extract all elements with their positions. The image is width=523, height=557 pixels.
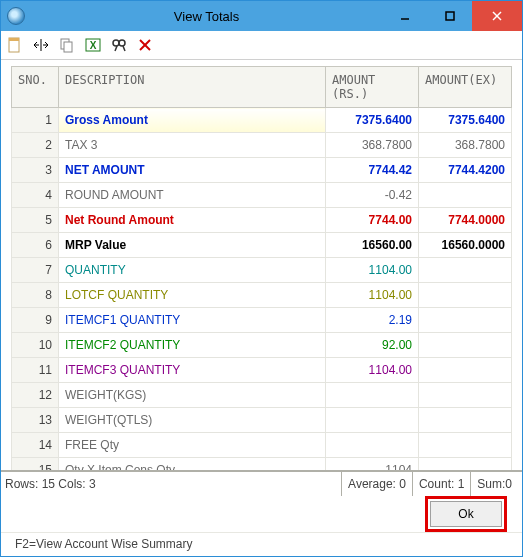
cell-amt2: 7744.0000 bbox=[419, 208, 512, 233]
cell-sno: 11 bbox=[12, 358, 59, 383]
hint-text: F2=View Account Wise Summary bbox=[1, 532, 522, 555]
table-row[interactable]: 4ROUND AMOUNT-0.42 bbox=[12, 183, 512, 208]
cell-sno: 10 bbox=[12, 333, 59, 358]
window-controls bbox=[382, 1, 522, 31]
table-row[interactable]: 1Gross Amount7375.64007375.6400 bbox=[12, 108, 512, 133]
close-button[interactable] bbox=[472, 1, 522, 31]
cell-sno: 8 bbox=[12, 283, 59, 308]
titlebar: View Totals bbox=[1, 1, 522, 31]
cell-amt2 bbox=[419, 408, 512, 433]
fit-width-icon[interactable] bbox=[31, 35, 51, 55]
col-desc[interactable]: DESCRIPTION bbox=[59, 67, 326, 108]
svg-rect-1 bbox=[446, 12, 454, 20]
col-amt2[interactable]: AMOUNT(EX) bbox=[419, 67, 512, 108]
cell-amt1: 2.19 bbox=[326, 308, 419, 333]
table-row[interactable]: 15Qty X Item Cons Qty1104 bbox=[12, 458, 512, 471]
status-count: Count: 1 bbox=[412, 472, 470, 496]
svg-point-13 bbox=[113, 40, 119, 46]
status-bar: Rows: 15 Cols: 3 Average: 0 Count: 1 Sum… bbox=[1, 470, 522, 496]
svg-rect-5 bbox=[9, 38, 19, 41]
table-row[interactable]: 13WEIGHT(QTLS) bbox=[12, 408, 512, 433]
cell-sno: 14 bbox=[12, 433, 59, 458]
ok-button[interactable]: Ok bbox=[430, 501, 502, 527]
table-row[interactable]: 10ITEMCF2 QUANTITY92.00 bbox=[12, 333, 512, 358]
toolbar: X bbox=[1, 31, 522, 60]
cell-sno: 13 bbox=[12, 408, 59, 433]
window-title: View Totals bbox=[31, 9, 382, 24]
table-row[interactable]: 9ITEMCF1 QUANTITY2.19 bbox=[12, 308, 512, 333]
maximize-button[interactable] bbox=[427, 1, 472, 31]
cell-desc: ROUND AMOUNT bbox=[59, 183, 326, 208]
cell-amt2: 368.7800 bbox=[419, 133, 512, 158]
cell-amt2 bbox=[419, 333, 512, 358]
find-icon[interactable] bbox=[109, 35, 129, 55]
svg-point-14 bbox=[119, 40, 125, 46]
table-row[interactable]: 14FREE Qty bbox=[12, 433, 512, 458]
cell-amt1: -0.42 bbox=[326, 183, 419, 208]
cell-sno: 15 bbox=[12, 458, 59, 471]
cell-desc: Qty X Item Cons Qty bbox=[59, 458, 326, 471]
cell-desc: FREE Qty bbox=[59, 433, 326, 458]
cell-amt2 bbox=[419, 183, 512, 208]
cell-desc: Gross Amount bbox=[59, 108, 326, 133]
cell-desc: WEIGHT(QTLS) bbox=[59, 408, 326, 433]
cell-sno: 4 bbox=[12, 183, 59, 208]
cell-amt2 bbox=[419, 433, 512, 458]
cell-desc: LOTCF QUANTITY bbox=[59, 283, 326, 308]
excel-icon[interactable]: X bbox=[83, 35, 103, 55]
cell-amt1 bbox=[326, 433, 419, 458]
doc-icon[interactable] bbox=[5, 35, 25, 55]
cell-desc: MRP Value bbox=[59, 233, 326, 258]
cell-amt2 bbox=[419, 283, 512, 308]
cell-desc: ITEMCF1 QUANTITY bbox=[59, 308, 326, 333]
cell-sno: 1 bbox=[12, 108, 59, 133]
bottom-panel: Ok F2=View Account Wise Summary bbox=[1, 496, 522, 556]
table-row[interactable]: 2TAX 3368.7800368.7800 bbox=[12, 133, 512, 158]
table-row[interactable]: 7QUANTITY1104.00 bbox=[12, 258, 512, 283]
cell-desc: QUANTITY bbox=[59, 258, 326, 283]
col-amt1[interactable]: AMOUNT (RS.) bbox=[326, 67, 419, 108]
cell-amt2 bbox=[419, 258, 512, 283]
cell-sno: 2 bbox=[12, 133, 59, 158]
grid-area: SNO. DESCRIPTION AMOUNT (RS.) AMOUNT(EX)… bbox=[1, 60, 522, 470]
status-average: Average: 0 bbox=[341, 472, 412, 496]
data-grid[interactable]: SNO. DESCRIPTION AMOUNT (RS.) AMOUNT(EX)… bbox=[11, 66, 512, 470]
cell-amt2 bbox=[419, 458, 512, 471]
cell-amt1: 7375.6400 bbox=[326, 108, 419, 133]
table-row[interactable]: 6MRP Value16560.0016560.0000 bbox=[12, 233, 512, 258]
cell-amt1: 16560.00 bbox=[326, 233, 419, 258]
col-sno[interactable]: SNO. bbox=[12, 67, 59, 108]
status-sum: Sum:0 bbox=[470, 472, 518, 496]
svg-text:X: X bbox=[90, 40, 97, 51]
copy-icon[interactable] bbox=[57, 35, 77, 55]
cell-desc: NET AMOUNT bbox=[59, 158, 326, 183]
cell-sno: 3 bbox=[12, 158, 59, 183]
cell-desc: TAX 3 bbox=[59, 133, 326, 158]
cell-amt2 bbox=[419, 308, 512, 333]
cell-amt2: 7375.6400 bbox=[419, 108, 512, 133]
cell-sno: 9 bbox=[12, 308, 59, 333]
cell-amt2: 7744.4200 bbox=[419, 158, 512, 183]
cell-amt2 bbox=[419, 358, 512, 383]
delete-icon[interactable] bbox=[135, 35, 155, 55]
cell-desc: ITEMCF3 QUANTITY bbox=[59, 358, 326, 383]
cell-amt1: 7744.00 bbox=[326, 208, 419, 233]
cell-amt1: 368.7800 bbox=[326, 133, 419, 158]
status-rows-cols: Rows: 15 Cols: 3 bbox=[5, 477, 96, 491]
svg-line-15 bbox=[115, 46, 117, 51]
cell-amt1: 92.00 bbox=[326, 333, 419, 358]
cell-desc: ITEMCF2 QUANTITY bbox=[59, 333, 326, 358]
cell-amt1: 1104.00 bbox=[326, 258, 419, 283]
cell-amt2: 16560.0000 bbox=[419, 233, 512, 258]
minimize-button[interactable] bbox=[382, 1, 427, 31]
table-row[interactable]: 5Net Round Amount7744.007744.0000 bbox=[12, 208, 512, 233]
table-row[interactable]: 12WEIGHT(KGS) bbox=[12, 383, 512, 408]
table-row[interactable]: 8LOTCF QUANTITY1104.00 bbox=[12, 283, 512, 308]
cell-desc: WEIGHT(KGS) bbox=[59, 383, 326, 408]
cell-amt1 bbox=[326, 408, 419, 433]
table-row[interactable]: 3NET AMOUNT7744.427744.4200 bbox=[12, 158, 512, 183]
cell-amt2 bbox=[419, 383, 512, 408]
header-row: SNO. DESCRIPTION AMOUNT (RS.) AMOUNT(EX) bbox=[12, 67, 512, 108]
table-row[interactable]: 11ITEMCF3 QUANTITY1104.00 bbox=[12, 358, 512, 383]
cell-amt1: 7744.42 bbox=[326, 158, 419, 183]
